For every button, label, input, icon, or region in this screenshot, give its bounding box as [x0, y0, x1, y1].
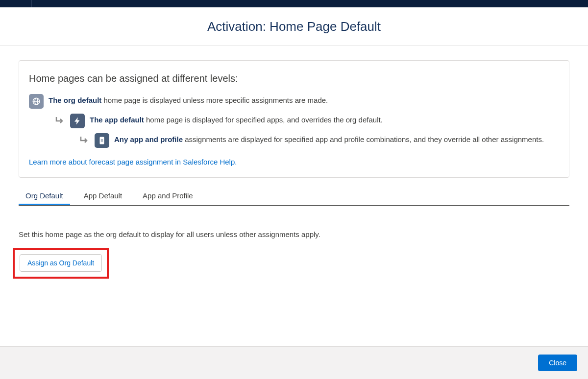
tab-app-profile[interactable]: App and Profile [136, 187, 200, 205]
tab-description: Set this home page as the org default to… [19, 230, 569, 238]
bolt-icon [70, 114, 85, 128]
level-profile-text: Any app and profile assignments are disp… [114, 134, 559, 145]
highlight-annotation: Assign as Org Default [13, 248, 109, 279]
level-org-default: The org default home page is displayed u… [29, 95, 559, 109]
app-top-bar [0, 0, 588, 7]
top-bar-divider [0, 0, 32, 7]
close-button[interactable]: Close [538, 355, 577, 355]
info-panel: Home pages can be assigned at different … [19, 60, 569, 178]
content-scroll-area[interactable]: Home pages can be assigned at different … [0, 46, 588, 355]
learn-more-link[interactable]: Learn more about forecast page assignmen… [29, 158, 237, 166]
level-org-text: The org default home page is displayed u… [49, 95, 559, 106]
tab-app-default[interactable]: App Default [77, 187, 129, 205]
globe-icon [29, 94, 44, 109]
arrow-icon [53, 115, 67, 127]
info-heading: Home pages can be assigned at different … [29, 73, 559, 84]
modal-footer: Close [0, 346, 588, 355]
tab-content: Set this home page as the org default to… [19, 206, 569, 279]
level-app-text: The app default home page is displayed f… [90, 115, 559, 126]
tabs-bar: Org Default App Default App and Profile [19, 187, 569, 206]
level-app-default: The app default home page is displayed f… [53, 115, 559, 128]
clipboard-icon [95, 133, 109, 148]
arrow-icon [78, 134, 92, 147]
modal-header: Activation: Home Page Default [0, 7, 588, 46]
assign-org-default-button[interactable]: Assign as Org Default [20, 254, 102, 272]
tab-org-default[interactable]: Org Default [19, 187, 70, 205]
level-app-profile: Any app and profile assignments are disp… [78, 134, 559, 148]
page-title: Activation: Home Page Default [0, 19, 588, 34]
